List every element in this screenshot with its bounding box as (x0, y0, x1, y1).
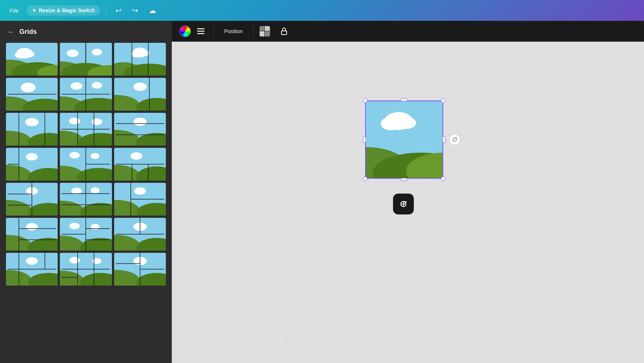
top-bar: File ✦ Resize & Magic Switch ↩ ↪ ☁ (0, 0, 644, 21)
svg-rect-148 (197, 31, 205, 32)
svg-point-48 (92, 118, 102, 125)
grid-thumb-6-1[interactable] (6, 218, 58, 251)
svg-point-154 (397, 117, 416, 129)
svg-point-24 (21, 83, 36, 92)
save-button[interactable]: ☁ (146, 4, 159, 17)
grid-row-6 (6, 218, 166, 251)
svg-point-36 (133, 83, 146, 91)
add-element-button[interactable] (393, 194, 414, 214)
resize-magic-label: Resize & Magic Switch (39, 7, 95, 13)
svg-rect-147 (197, 28, 205, 29)
grid-thumb-6-3[interactable] (114, 218, 166, 251)
position-button[interactable]: Position (220, 26, 247, 36)
grid-row-7 (6, 253, 166, 286)
transparency-icon[interactable] (260, 26, 270, 36)
resize-handle-tr[interactable] (441, 98, 445, 103)
resize-handle-tm[interactable] (401, 98, 408, 101)
svg-point-124 (26, 257, 38, 265)
grid-thumb-5-3[interactable] (114, 183, 166, 216)
svg-rect-149 (197, 33, 205, 34)
sidebar-title: Grids (19, 28, 37, 36)
svg-point-3 (24, 51, 35, 57)
grid-thumb-3-3[interactable] (114, 113, 166, 146)
svg-point-74 (130, 152, 142, 160)
svg-point-102 (26, 223, 38, 230)
resize-handle-tl[interactable] (363, 98, 367, 103)
svg-point-30 (92, 82, 102, 89)
magic-icon: ✦ (32, 7, 36, 13)
redo-button[interactable]: ↪ (129, 4, 141, 17)
grid-thumb-7-2[interactable] (60, 253, 112, 286)
grid-thumb-5-2[interactable] (60, 183, 112, 216)
grid-thumb-2-2[interactable] (60, 78, 112, 111)
canvas-workspace[interactable] (172, 42, 644, 363)
resize-handle-bm[interactable] (401, 178, 408, 181)
header-divider (106, 5, 106, 16)
main-layout: ← Grids (0, 21, 644, 363)
grid-thumb-3-2[interactable] (60, 113, 112, 146)
sidebar: ← Grids (0, 21, 172, 363)
svg-point-67 (70, 152, 80, 159)
menu-icon-button[interactable] (194, 25, 207, 38)
grid-thumb-7-3[interactable] (114, 253, 166, 286)
svg-point-61 (26, 153, 38, 160)
grid-scroll-area[interactable] (0, 41, 172, 363)
sidebar-header: ← Grids (0, 21, 172, 41)
resize-handle-ml[interactable] (363, 136, 366, 143)
grid-thumb-1-1[interactable] (6, 43, 58, 76)
grid-row-2 (6, 78, 166, 111)
svg-point-10 (92, 49, 102, 55)
canvas-selected-element[interactable] (361, 97, 447, 182)
svg-point-47 (69, 118, 80, 124)
lock-button[interactable] (280, 27, 289, 36)
resize-handle-br[interactable] (441, 176, 445, 181)
svg-point-55 (133, 118, 146, 126)
file-menu-button[interactable]: File (6, 5, 22, 16)
grid-row-1 (6, 43, 166, 76)
resize-handle-bl[interactable] (363, 176, 367, 181)
toolbar-divider (213, 26, 214, 36)
resize-magic-switch-button[interactable]: ✦ Resize & Magic Switch (27, 5, 100, 16)
grid-thumb-2-3[interactable] (114, 78, 166, 111)
grid-row-3 (6, 113, 166, 146)
canvas-area: Position (172, 21, 644, 363)
rotation-button[interactable] (449, 134, 460, 145)
svg-point-89 (91, 187, 100, 193)
svg-point-68 (91, 153, 100, 159)
resize-handle-mr[interactable] (442, 136, 445, 143)
grid-thumb-4-1[interactable] (6, 148, 58, 181)
grid-row-5 (6, 183, 166, 216)
grid-thumb-4-3[interactable] (114, 148, 166, 181)
toolbar-divider-2 (253, 26, 254, 36)
grid-row-4 (6, 148, 166, 181)
back-button[interactable]: ← (7, 28, 15, 36)
canvas-image (365, 101, 443, 179)
svg-point-9 (67, 50, 79, 57)
grid-thumb-5-1[interactable] (6, 183, 58, 216)
svg-point-96 (134, 187, 146, 195)
color-wheel-button[interactable] (179, 25, 191, 37)
grid-thumb-6-2[interactable] (60, 218, 112, 251)
svg-rect-150 (281, 31, 287, 35)
svg-point-41 (25, 118, 39, 126)
grid-thumb-1-2[interactable] (60, 43, 112, 76)
grid-thumb-2-1[interactable] (6, 78, 58, 111)
svg-point-109 (70, 223, 80, 229)
grid-thumb-1-3[interactable] (114, 43, 166, 76)
canvas-toolbar: Position (172, 21, 644, 42)
svg-point-132 (70, 257, 80, 264)
undo-button[interactable]: ↩ (112, 4, 125, 17)
svg-point-17 (131, 51, 141, 57)
svg-point-29 (71, 82, 83, 90)
grid-thumb-7-1[interactable] (6, 253, 58, 286)
grid-thumb-4-2[interactable] (60, 148, 112, 181)
grid-thumb-3-1[interactable] (6, 113, 58, 146)
